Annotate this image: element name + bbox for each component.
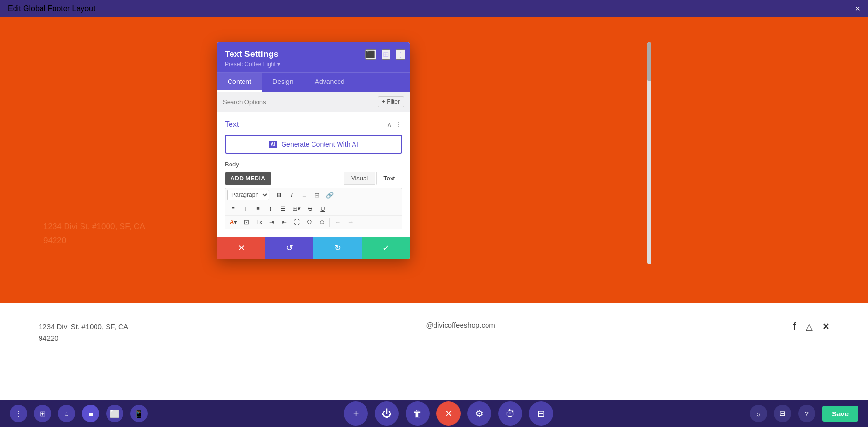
editor-view-tabs: Visual Text <box>344 172 402 185</box>
bold-button[interactable]: B <box>273 190 285 200</box>
clear-format-button[interactable]: Tx <box>253 218 265 227</box>
toolbar-right-search-button[interactable]: ⌕ <box>750 405 767 422</box>
footer-email: @divicoffeeshop.com <box>426 321 495 329</box>
format-row-3: A▾ ⊡ Tx ⇥ ⇤ ⛶ Ω ☺ ← → <box>225 216 402 229</box>
toolbar-grid-button[interactable]: ⊞ <box>34 405 51 422</box>
redo-button[interactable]: → <box>344 217 356 227</box>
paste-button[interactable]: ⊡ <box>241 217 252 227</box>
text-section-header: Text ∧ ⋮ <box>225 120 402 129</box>
toolbar-left: ⋮ ⊞ ⌕ 🖥 ⬜ 📱 <box>10 405 148 422</box>
panel-search: + Filter <box>217 92 410 112</box>
bottom-toolbar: ⋮ ⊞ ⌕ 🖥 ⬜ 📱 + ⏻ 🗑 ✕ ⚙ ⏱ ⊟ ⌕ ⊟ ? Save <box>0 400 868 427</box>
ordered-list-button[interactable]: ⊟ <box>311 190 323 200</box>
tab-visual[interactable]: Visual <box>344 172 375 185</box>
facebook-icon[interactable]: f <box>793 321 796 332</box>
fullscreen-button[interactable]: ⛶ <box>291 217 302 227</box>
format-row-2: ❝ ⫿ ≡ ⫾ ☰ ⊞▾ S U <box>225 202 402 216</box>
bottom-action-bar: ✕ ↺ ↻ ✓ <box>217 237 410 259</box>
panel-scrollbar[interactable] <box>647 42 651 264</box>
format-row-1: Paragraph Heading 1 Heading 2 B I ≡ ⊟ 🔗 <box>225 188 402 202</box>
toolbar-right: ⌕ ⊟ ? Save <box>750 405 858 422</box>
more-options-button[interactable]: ⋮ <box>396 49 405 60</box>
top-bar-close-button[interactable]: × <box>855 4 860 14</box>
toolbar-add-button[interactable]: + <box>344 401 368 426</box>
save-button[interactable]: Save <box>822 406 858 422</box>
canvas-orange-area: 1234 Divi St. #1000, SF, CA94220 <box>43 220 145 248</box>
orange-address: 1234 Divi St. #1000, SF, CA94220 <box>43 220 145 248</box>
toolbar-mobile-button[interactable]: 📱 <box>130 405 148 422</box>
undo-action-button[interactable]: ↺ <box>265 237 313 259</box>
toolbar-power-button[interactable]: ⏻ <box>375 401 399 426</box>
strikethrough-button[interactable]: S <box>304 204 316 214</box>
panel-scrollbar-thumb[interactable] <box>647 42 651 81</box>
blockquote-button[interactable]: ❝ <box>227 204 239 214</box>
toolbar-help-button[interactable]: ? <box>798 405 815 422</box>
text-color-button[interactable]: A▾ <box>227 217 240 227</box>
outdent-button[interactable]: ⇤ <box>278 217 290 227</box>
canvas-footer: 1234 Divi St. #1000, SF, CA94220 @divico… <box>0 303 868 400</box>
tab-content[interactable]: Content <box>217 73 262 92</box>
cancel-button[interactable]: ✕ <box>217 237 265 259</box>
align-right-button[interactable]: ⫾ <box>265 204 276 214</box>
split-view-button[interactable]: ⊞ <box>382 49 390 60</box>
footer-address: 1234 Divi St. #1000, SF, CA94220 <box>39 321 128 344</box>
toolbar-history-button[interactable]: ⏱ <box>498 401 522 426</box>
toolbar-tablet-button[interactable]: ⬜ <box>106 405 123 422</box>
align-center-button[interactable]: ≡ <box>252 204 264 214</box>
paragraph-select[interactable]: Paragraph Heading 1 Heading 2 <box>227 190 269 200</box>
text-section-actions: ∧ ⋮ <box>387 121 402 128</box>
align-left-button[interactable]: ⫿ <box>240 204 251 214</box>
panel-header-right: ⬛ ⊞ ⋮ <box>365 49 405 60</box>
editor-top-bar: ADD MEDIA Visual Text <box>225 172 402 185</box>
toolbar-adjust-button[interactable]: ⊟ <box>529 401 553 426</box>
tab-text[interactable]: Text <box>376 172 402 185</box>
filter-button[interactable]: + Filter <box>378 96 404 107</box>
panel-preset[interactable]: Preset: Coffee Light ▾ <box>225 61 402 68</box>
panel-body: Text ∧ ⋮ AI Generate Content With AI Bod… <box>217 112 410 237</box>
toolbar-settings-button[interactable]: ⚙ <box>467 401 491 426</box>
underline-button[interactable]: U <box>317 204 328 214</box>
indent-button[interactable]: ⇥ <box>266 217 277 227</box>
unordered-list-button[interactable]: ≡ <box>298 190 310 200</box>
add-media-button[interactable]: ADD MEDIA <box>225 172 271 185</box>
ai-badge: AI <box>269 141 277 148</box>
text-section-collapse-button[interactable]: ∧ <box>387 121 392 128</box>
panel-header: Text Settings Preset: Coffee Light ▾ ⬛ ⊞… <box>217 42 410 72</box>
search-input[interactable] <box>223 98 378 106</box>
toolbar-trash-button[interactable]: 🗑 <box>406 401 430 426</box>
format-bar: Paragraph Heading 1 Heading 2 B I ≡ ⊟ 🔗 … <box>225 188 402 229</box>
expand-icon-button[interactable]: ⬛ <box>365 49 376 60</box>
canvas: 1234 Divi St. #1000, SF, CA94220 1234 Di… <box>0 17 868 400</box>
italic-button[interactable]: I <box>286 190 298 200</box>
table-button[interactable]: ⊞▾ <box>290 204 303 214</box>
body-label: Body <box>225 161 402 168</box>
generate-ai-button[interactable]: AI Generate Content With AI <box>225 135 402 154</box>
footer-social: f △ ✕ <box>793 321 829 332</box>
divider-2 <box>329 218 330 227</box>
toolbar-desktop-button[interactable]: 🖥 <box>82 405 99 422</box>
twitter-x-icon[interactable]: ✕ <box>822 321 829 332</box>
settings-panel: Text Settings Preset: Coffee Light ▾ ⬛ ⊞… <box>217 42 410 259</box>
toolbar-menu-button[interactable]: ⋮ <box>10 405 27 422</box>
text-section-title: Text <box>225 120 239 129</box>
toolbar-layers-button[interactable]: ⊟ <box>774 405 791 422</box>
tab-design[interactable]: Design <box>262 73 304 92</box>
undo-button[interactable]: ← <box>332 217 343 227</box>
generate-ai-label: Generate Content With AI <box>281 140 358 148</box>
canvas-footer-content: 1234 Divi St. #1000, SF, CA94220 @divico… <box>0 321 868 344</box>
top-bar-title: Edit Global Footer Layout <box>8 4 95 13</box>
justify-button[interactable]: ☰ <box>277 204 289 214</box>
instagram-icon[interactable]: △ <box>806 321 813 332</box>
top-bar: Edit Global Footer Layout × <box>0 0 868 17</box>
confirm-button[interactable]: ✓ <box>362 237 410 259</box>
toolbar-center: + ⏻ 🗑 ✕ ⚙ ⏱ ⊟ <box>344 401 553 426</box>
panel-tabs: Content Design Advanced <box>217 72 410 92</box>
emoji-button[interactable]: ☺ <box>316 217 327 227</box>
toolbar-search-button[interactable]: ⌕ <box>58 405 75 422</box>
tab-advanced[interactable]: Advanced <box>304 73 355 92</box>
text-section-more-button[interactable]: ⋮ <box>395 121 402 128</box>
link-button[interactable]: 🔗 <box>324 190 336 200</box>
toolbar-close-button[interactable]: ✕ <box>436 401 461 426</box>
omega-button[interactable]: Ω <box>303 217 315 227</box>
redo-action-button[interactable]: ↻ <box>313 237 362 259</box>
